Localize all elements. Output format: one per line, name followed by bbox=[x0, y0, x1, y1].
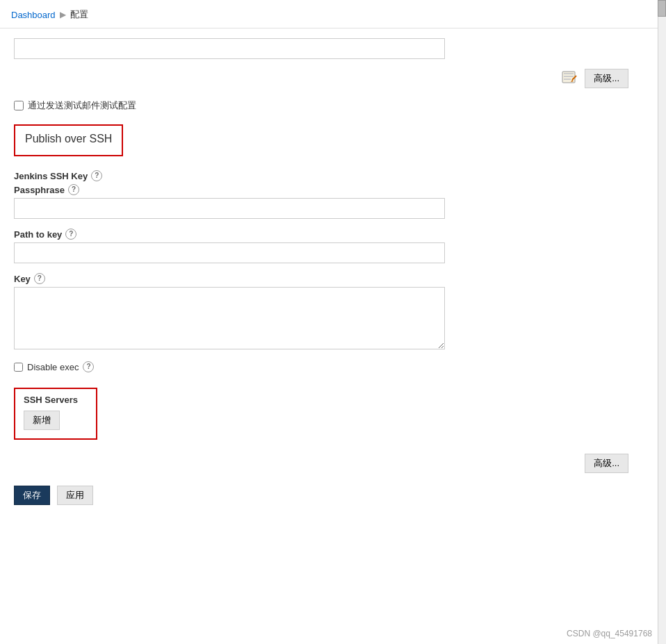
main-content: 高级... 通过发送测试邮件测试配置 Publish over SSH Jenk… bbox=[0, 28, 656, 526]
passphrase-label-row: Passphrase ? bbox=[14, 184, 642, 195]
disable-exec-help-icon[interactable]: ? bbox=[83, 361, 94, 372]
passphrase-input[interactable] bbox=[14, 198, 445, 219]
path-to-key-group: Path to key ? bbox=[14, 229, 642, 263]
jenkins-ssh-key-help-icon[interactable]: ? bbox=[91, 170, 102, 181]
page-wrapper: Dashboard ▶ 配置 高级... bbox=[0, 0, 666, 644]
advanced-button-bottom[interactable]: 高级... bbox=[585, 454, 628, 473]
bottom-toolbar: 高级... bbox=[14, 454, 642, 473]
ssh-servers-section: SSH Servers 新增 bbox=[14, 388, 97, 440]
path-to-key-help-icon[interactable]: ? bbox=[65, 229, 76, 240]
notebook-icon bbox=[561, 71, 578, 85]
publish-ssh-title: Publish over SSH bbox=[25, 133, 112, 145]
test-email-row: 通过发送测试邮件测试配置 bbox=[14, 99, 642, 112]
key-label: Key bbox=[14, 274, 31, 284]
passphrase-label: Passphrase bbox=[14, 185, 65, 195]
jenkins-ssh-key-label-row: Jenkins SSH Key ? bbox=[14, 170, 642, 181]
breadcrumb-current: 配置 bbox=[70, 8, 88, 21]
top-text-input[interactable] bbox=[14, 38, 445, 59]
publish-ssh-section: Publish over SSH bbox=[14, 124, 123, 156]
path-to-key-label-row: Path to key ? bbox=[14, 229, 642, 240]
breadcrumb-dashboard[interactable]: Dashboard bbox=[11, 10, 56, 20]
toolbar-row: 高级... bbox=[14, 69, 642, 88]
key-help-icon[interactable]: ? bbox=[34, 273, 45, 284]
key-group: Key ? bbox=[14, 273, 642, 352]
scrollbar-thumb[interactable] bbox=[658, 0, 666, 17]
svg-rect-1 bbox=[564, 73, 574, 74]
advanced-button-top[interactable]: 高级... bbox=[585, 69, 628, 88]
svg-rect-2 bbox=[564, 76, 574, 77]
save-row: 保存 应用 bbox=[14, 486, 642, 512]
disable-exec-checkbox[interactable] bbox=[14, 363, 23, 372]
test-email-label: 通过发送测试邮件测试配置 bbox=[28, 99, 136, 112]
apply-button[interactable]: 应用 bbox=[57, 486, 93, 505]
save-button[interactable]: 保存 bbox=[14, 486, 50, 505]
disable-exec-label: Disable exec bbox=[27, 362, 79, 372]
watermark: CSDN @qq_45491768 bbox=[567, 629, 652, 638]
breadcrumb-arrow: ▶ bbox=[60, 10, 66, 19]
top-input-group bbox=[14, 38, 642, 59]
ssh-servers-title: SSH Servers bbox=[24, 395, 88, 405]
scrollbar[interactable] bbox=[658, 0, 666, 644]
key-label-row: Key ? bbox=[14, 273, 642, 284]
disable-exec-row: Disable exec ? bbox=[14, 361, 642, 372]
add-server-button[interactable]: 新增 bbox=[24, 411, 60, 430]
path-to-key-label: Path to key bbox=[14, 229, 62, 240]
test-email-checkbox[interactable] bbox=[14, 101, 24, 110]
jenkins-ssh-key-label: Jenkins SSH Key bbox=[14, 171, 88, 181]
svg-rect-3 bbox=[564, 79, 571, 80]
passphrase-help-icon[interactable]: ? bbox=[68, 184, 79, 195]
path-to-key-input[interactable] bbox=[14, 242, 445, 263]
key-textarea[interactable] bbox=[14, 287, 445, 349]
breadcrumb: Dashboard ▶ 配置 bbox=[0, 0, 666, 28]
notebook-icon-button[interactable] bbox=[560, 69, 579, 88]
passphrase-group: Passphrase ? bbox=[14, 184, 642, 219]
